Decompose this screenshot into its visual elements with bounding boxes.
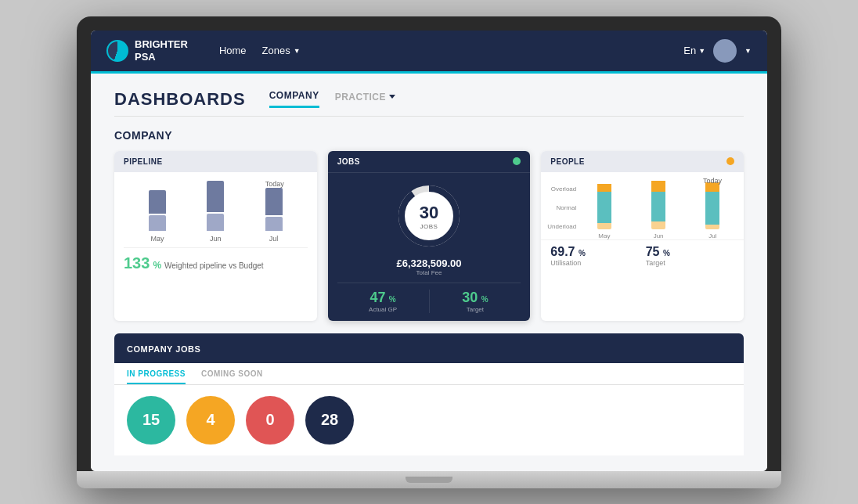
logo[interactable]: BRIGHTER PSA [106, 38, 188, 63]
people-chart-area: Overload Normal Underload Today [541, 172, 744, 239]
cj-circle-1: 15 [127, 396, 175, 445]
pb-may-underload [597, 223, 611, 229]
logo-text: BRIGHTER PSA [135, 38, 188, 63]
donut-label: JOBS [420, 222, 438, 229]
nav-home[interactable]: Home [219, 45, 247, 56]
page-tabs: COMPANY PRACTICE [269, 90, 395, 108]
jobs-card-body: 30 JOBS £6,328,509.00 Total Fee 47 % Act… [328, 173, 531, 321]
cj-item-1: 15 [127, 396, 175, 445]
jobs-stats: 47 % Actual GP 30 % Target [337, 283, 521, 313]
people-stat-pct-1: % [579, 249, 586, 257]
jobs-status-dot [513, 157, 521, 165]
tab-practice[interactable]: PRACTICE [335, 92, 395, 107]
navbar: BRIGHTER PSA Home Zones ▼ En ▼ ▼ [91, 31, 767, 71]
jobs-stat-sym-2: % [481, 295, 488, 304]
pipeline-stat-pct: 133 [124, 254, 150, 272]
pipeline-card: PIPELINE Today May [114, 151, 317, 321]
cj-item-2: 4 [186, 396, 235, 445]
bar-stack-jun [189, 181, 241, 231]
people-stat-label-1: Utilisation [550, 259, 639, 267]
bar-jul-top [265, 188, 283, 215]
cj-circle-4: 28 [305, 396, 354, 445]
jobs-stat-actual-gp: 47 % Actual GP [337, 290, 429, 313]
people-stat-val-1: 69.7 [550, 245, 575, 258]
bar-jun-top [207, 181, 224, 212]
people-status-dot [726, 157, 734, 165]
bar-label-jul: Jul [269, 235, 279, 243]
jobs-stat-label-2: Target [430, 306, 521, 313]
bar-group-jun: Jun [189, 181, 241, 243]
nav-avatar-arrow[interactable]: ▼ [744, 47, 752, 55]
people-stat-label-2: Target [646, 259, 734, 267]
people-stat-pct-2: % [663, 249, 670, 257]
bar-jul-bottom [265, 217, 283, 231]
people-card-header: PEOPLE [541, 151, 744, 172]
pipeline-chart: Today May [124, 180, 308, 243]
company-jobs-body: 15 4 0 28 [114, 385, 744, 455]
pipeline-today-label: Today [265, 180, 284, 188]
jobs-fee-label: Total Fee [416, 269, 442, 276]
pb-jul-underload [705, 225, 719, 229]
cards-row: PIPELINE Today May [114, 151, 744, 321]
company-jobs-section: COMPANY JOBS IN PROGRESS COMING SOON 15 … [114, 333, 744, 455]
people-bars-area: Today May [579, 177, 737, 239]
main-content: DASHBOARDS COMPANY PRACTICE COMPANY PIPE… [91, 74, 767, 471]
cj-circle-2: 4 [186, 396, 235, 445]
page-title: DASHBOARDS [114, 89, 246, 110]
people-label-normal: Normal [547, 204, 576, 211]
laptop-notch [406, 477, 452, 483]
cj-item-3: 0 [246, 396, 294, 445]
nav-avatar[interactable] [713, 39, 737, 63]
people-chart: Overload Normal Underload Today [547, 177, 737, 239]
pipeline-card-header: PIPELINE [114, 151, 317, 172]
nav-zones[interactable]: Zones ▼ [262, 45, 301, 56]
bar-jun-bottom [207, 214, 224, 231]
people-stacked-bar-may [597, 178, 611, 229]
people-label-underload: Underload [547, 223, 576, 230]
bar-label-jun: Jun [210, 235, 222, 243]
practice-dropdown-arrow [389, 95, 395, 99]
jobs-stat-target: 30 % Target [430, 290, 521, 313]
company-jobs-tab-coming-soon[interactable]: COMING SOON [201, 369, 263, 384]
people-bar-group-may: May [579, 177, 629, 239]
bar-stack-may [132, 190, 183, 231]
bar-group-jul: Jul [247, 188, 299, 243]
jobs-stat-pct-1: 47 [370, 290, 385, 305]
jobs-stat-label-1: Actual GP [337, 306, 429, 313]
company-jobs-tab-in-progress[interactable]: IN PROGRESS [127, 369, 186, 384]
jobs-card: JOBS 30 JOBS [328, 151, 531, 321]
pb-jul-normal [705, 192, 719, 225]
bar-group-may: May [132, 190, 183, 243]
people-stat-utilisation: 69.7 % Utilisation [550, 245, 639, 267]
people-stat-val-2: 75 [646, 245, 660, 258]
bar-may-top [149, 190, 166, 214]
nav-lang[interactable]: En ▼ [683, 45, 705, 56]
bar-label-may: May [151, 235, 164, 243]
people-axis-labels: Overload Normal Underload [547, 177, 576, 239]
tab-company[interactable]: COMPANY [269, 90, 319, 108]
nav-links: Home Zones ▼ [219, 45, 668, 56]
cj-circle-3: 0 [246, 396, 294, 445]
section-title-company: COMPANY [114, 129, 744, 142]
pipeline-stat: 133 % Weighted pipeline vs Budget [124, 247, 308, 272]
screen: BRIGHTER PSA Home Zones ▼ En ▼ ▼ [91, 31, 767, 471]
people-today-label: Today [703, 177, 722, 185]
people-bar-group-jun: Jun [634, 177, 683, 239]
pipeline-card-body: Today May [114, 172, 317, 280]
page-header: DASHBOARDS COMPANY PRACTICE [114, 89, 744, 117]
logo-icon [106, 40, 128, 62]
people-month-may: May [598, 232, 610, 239]
bar-may-bottom [149, 215, 166, 231]
cj-item-4: 28 [305, 396, 354, 445]
people-stats: 69.7 % Utilisation 75 % Target [541, 239, 744, 272]
laptop-base [77, 471, 781, 488]
company-jobs-header: COMPANY JOBS [114, 333, 744, 363]
jobs-stat-pct-2: 30 [462, 290, 478, 305]
nav-right: En ▼ ▼ [683, 39, 752, 63]
people-card: PEOPLE Overload Normal Underload Today [541, 151, 744, 321]
company-jobs-tabs: IN PROGRESS COMING SOON [114, 363, 744, 385]
people-stacked-bar-jun [651, 178, 665, 229]
pb-jun-overload [651, 181, 665, 192]
pb-may-overload [597, 184, 611, 192]
bar-stack-jul [247, 188, 299, 231]
